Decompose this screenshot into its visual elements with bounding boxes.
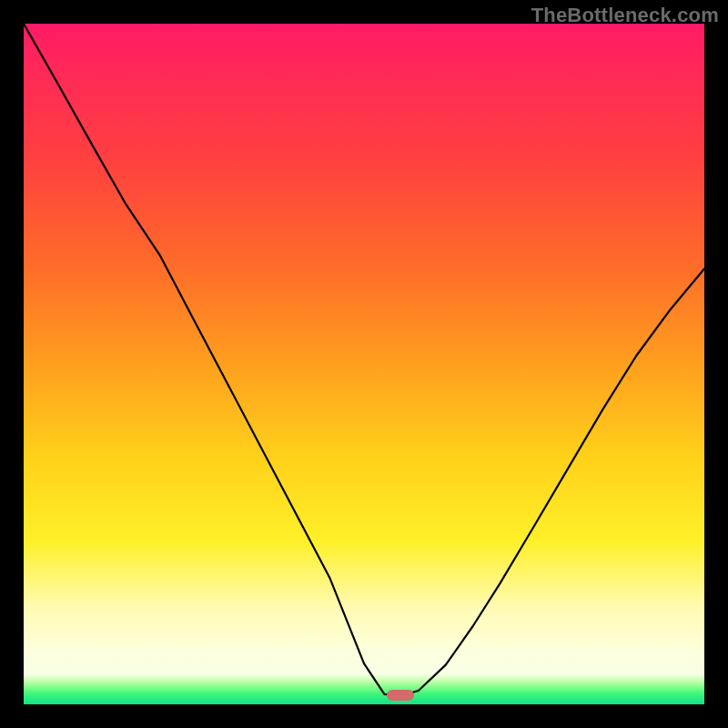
plot-area: [24, 24, 704, 704]
bottleneck-curve: [24, 24, 704, 704]
optimum-marker: [387, 690, 414, 701]
chart-container: TheBottleneck.com: [0, 0, 728, 728]
watermark-text: TheBottleneck.com: [531, 4, 719, 27]
